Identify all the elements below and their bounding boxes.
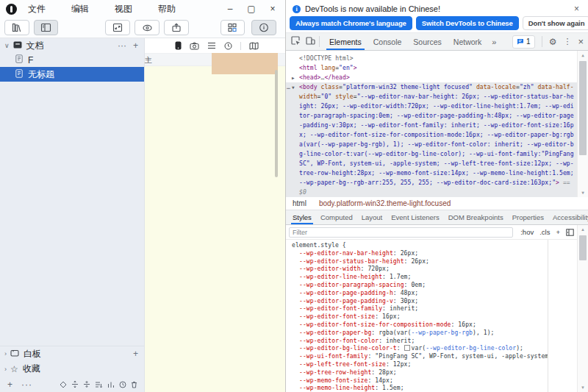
- device-frame-icon[interactable]: [175, 41, 182, 50]
- kebab-menu-icon[interactable]: ⋮: [563, 37, 571, 46]
- sidebar-pane-icon[interactable]: [566, 229, 574, 236]
- camera-icon[interactable]: [190, 42, 199, 50]
- sidebar-section-documents[interactable]: ∨ 文档 ··· +: [0, 38, 144, 53]
- scroll-down-arrow[interactable]: ▼: [578, 188, 588, 197]
- css-property[interactable]: --wp-editor-line-height: 1.7em;: [292, 274, 548, 282]
- map-icon[interactable]: [249, 42, 259, 50]
- css-property[interactable]: --wp-left-tree-font-size: 12px;: [292, 361, 548, 369]
- always-match-language-button[interactable]: Always match Chrome's language: [290, 16, 412, 30]
- sidebar-section-whiteboard[interactable]: › 白板 +: [0, 346, 144, 361]
- styles-tab-layout[interactable]: Layout: [357, 210, 387, 224]
- tab-sources[interactable]: Sources: [407, 33, 448, 50]
- styles-tab-accessibility[interactable]: Accessibility: [548, 210, 588, 224]
- focus-mode-button[interactable]: [135, 20, 159, 35]
- scroll-up-arrow[interactable]: ▲: [578, 51, 588, 60]
- switch-devtools-chinese-button[interactable]: Switch DevTools to Chinese: [416, 16, 519, 30]
- scrollbar-thumb[interactable]: [579, 235, 587, 260]
- dom-node-doctype[interactable]: <!DOCTYPE html>: [286, 54, 588, 63]
- styles-tab-event-listeners[interactable]: Event Listeners: [387, 210, 443, 224]
- editor-scrollbar-thumb[interactable]: [275, 70, 278, 177]
- devtools-close-icon[interactable]: ×: [578, 36, 584, 47]
- diamond-icon[interactable]: [60, 381, 67, 388]
- split-vertical-icon[interactable]: [71, 380, 79, 388]
- css-property[interactable]: --wp-editor-width: 720px;: [292, 266, 548, 274]
- css-property[interactable]: --wp-editor-status-bar-height: 26px;: [292, 258, 548, 266]
- css-property[interactable]: --wp-tree-row-height: 28px;: [292, 369, 548, 377]
- chevron-right-icon[interactable]: ›: [4, 350, 7, 357]
- chevron-down-icon[interactable]: ∨: [4, 42, 10, 49]
- settings-gear-icon[interactable]: ⚙: [549, 37, 557, 47]
- more-options-icon[interactable]: ···: [118, 42, 126, 49]
- sidebar-item-untitled[interactable]: 无标题: [0, 67, 144, 82]
- styles-scrollbar[interactable]: ▲ ▼: [577, 225, 588, 392]
- color-swatch[interactable]: [404, 345, 410, 351]
- library-button[interactable]: [4, 20, 29, 35]
- expand-view-button[interactable]: [105, 20, 130, 35]
- css-property[interactable]: --wp-editor-bg-line-color-t: var(--wp-ed…: [292, 345, 548, 353]
- css-property[interactable]: --wp-editor-nav-bar-height: 26px;: [292, 250, 548, 258]
- new-item-button[interactable]: +: [7, 379, 12, 390]
- close-button[interactable]: ×: [268, 4, 277, 13]
- scrollbar-thumb[interactable]: [579, 61, 587, 155]
- trash-icon[interactable]: [131, 381, 137, 388]
- css-property[interactable]: --wp-memo-line-height: 1.5em;: [292, 385, 548, 392]
- selected-block-highlight[interactable]: [212, 53, 278, 74]
- history-clock-icon[interactable]: [119, 381, 126, 388]
- dom-node-body[interactable]: …▼<body class="platform-win32 theme-ligh…: [286, 82, 588, 197]
- issues-badge[interactable]: 1: [512, 35, 535, 49]
- sidebar-item-f[interactable]: F: [0, 53, 144, 67]
- styles-filter-input[interactable]: [289, 227, 513, 238]
- menu-help[interactable]: 帮助: [158, 3, 176, 15]
- css-property[interactable]: --wp-editor-page-padding-h: 48px;: [292, 290, 548, 298]
- breadcrumb-body[interactable]: body.platform-win32.theme-light.focused: [319, 199, 451, 207]
- merge-vertical-icon[interactable]: [83, 380, 90, 388]
- chevron-right-icon[interactable]: ›: [4, 366, 7, 373]
- dont-show-again-button[interactable]: Don't show again: [523, 16, 588, 30]
- tab-console[interactable]: Console: [368, 33, 408, 50]
- more-actions-icon[interactable]: ···: [21, 379, 32, 390]
- share-button[interactable]: [164, 20, 189, 35]
- tab-network[interactable]: Network: [448, 33, 488, 50]
- sidebar-toggle-button[interactable]: [34, 20, 59, 35]
- more-tabs-button[interactable]: »: [487, 38, 501, 46]
- dom-tree[interactable]: <!DOCTYPE html><html lang="en">▶<head>…<…: [286, 51, 588, 197]
- styles-tab-styles[interactable]: Styles: [288, 210, 316, 224]
- css-property[interactable]: --wp-editor-page-padding-v: 30px;: [292, 298, 548, 306]
- menu-edit[interactable]: 编辑: [71, 3, 89, 15]
- css-property[interactable]: --wp-ui-font-family: "PingFang SC", WP-F…: [292, 353, 548, 361]
- add-document-button[interactable]: +: [133, 42, 138, 49]
- clock-icon[interactable]: [224, 42, 232, 50]
- pseudo-state-toggle[interactable]: :hov: [520, 228, 534, 236]
- minimize-button[interactable]: –: [226, 4, 234, 13]
- info-panel-button[interactable]: [251, 20, 276, 35]
- class-toggle[interactable]: .cls: [539, 228, 550, 236]
- css-property[interactable]: --wp-editor-font-family: inherit;: [292, 305, 548, 313]
- add-whiteboard-button[interactable]: +: [133, 350, 138, 357]
- styles-rules[interactable]: element.style {--wp-editor-nav-bar-heigh…: [286, 240, 548, 392]
- bar-chart-icon[interactable]: [107, 381, 115, 388]
- css-property[interactable]: --wp-editor-paragraph-spacing: 0em;: [292, 282, 548, 290]
- breadcrumb-html[interactable]: html: [293, 199, 306, 207]
- new-style-rule-button[interactable]: +: [556, 228, 560, 236]
- css-property[interactable]: --wp-editor-paper-bg: rgba(var(--wp-pape…: [292, 329, 548, 338]
- banner-close-icon[interactable]: ×: [574, 5, 579, 13]
- scroll-up-arrow[interactable]: ▲: [578, 225, 588, 234]
- tab-elements[interactable]: Elements: [323, 33, 368, 50]
- css-property[interactable]: --wp-editor-font-size: 16px;: [292, 313, 548, 321]
- styles-tab-properties[interactable]: Properties: [508, 210, 548, 224]
- maximize-button[interactable]: ▢: [247, 4, 256, 13]
- css-property[interactable]: --wp-editor-font-color: inherit;: [292, 338, 548, 346]
- dom-node-html[interactable]: <html lang="en">: [286, 63, 588, 73]
- styles-tab-computed[interactable]: Computed: [316, 210, 357, 224]
- scroll-down-arrow[interactable]: ▼: [578, 383, 588, 392]
- style-rule-selector[interactable]: element.style {: [292, 242, 548, 250]
- device-toolbar-icon[interactable]: [306, 36, 315, 47]
- dom-node-head[interactable]: ▶<head>…</head>: [286, 73, 588, 82]
- sort-list-icon[interactable]: [95, 381, 103, 388]
- outline-glyph[interactable]: 主: [145, 55, 152, 65]
- css-property[interactable]: --wp-editor-font-size-for-composition-mo…: [292, 321, 548, 329]
- inspect-element-icon[interactable]: [291, 36, 301, 47]
- css-property[interactable]: --wp-memo-font-size: 14px;: [292, 377, 548, 385]
- styles-tab-dom-breakpoints[interactable]: DOM Breakpoints: [444, 210, 508, 224]
- menu-view[interactable]: 视图: [115, 3, 132, 15]
